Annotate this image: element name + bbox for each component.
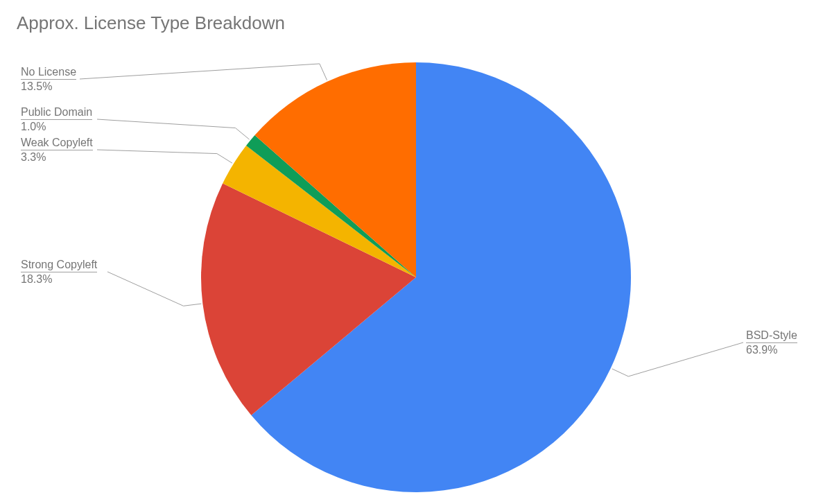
leader-line (97, 150, 232, 163)
label-value: 1.0% (21, 119, 92, 134)
leader-line (612, 342, 743, 376)
label-name: Strong Copyleft (21, 258, 97, 272)
pie-chart-svg (0, 0, 832, 504)
label-name: Weak Copyleft (21, 136, 93, 150)
label-public-domain: Public Domain 1.0% (21, 105, 92, 134)
label-value: 13.5% (21, 79, 76, 94)
pie-slices (201, 62, 631, 492)
leader-line (107, 272, 201, 306)
label-name: BSD-Style (746, 329, 797, 342)
label-name: Public Domain (21, 105, 92, 119)
label-strong-copyleft: Strong Copyleft 18.3% (21, 258, 97, 286)
leader-line (97, 119, 250, 139)
chart-container: Approx. License Type Breakdown BSD-Style… (0, 0, 832, 504)
leader-line (80, 64, 327, 80)
label-value: 18.3% (21, 272, 97, 286)
label-bsd-style: BSD-Style 63.9% (746, 329, 797, 357)
label-value: 3.3% (21, 150, 93, 164)
label-weak-copyleft: Weak Copyleft 3.3% (21, 136, 93, 164)
label-no-license: No License 13.5% (21, 65, 76, 94)
label-name: No License (21, 65, 76, 79)
label-value: 63.9% (746, 342, 797, 357)
